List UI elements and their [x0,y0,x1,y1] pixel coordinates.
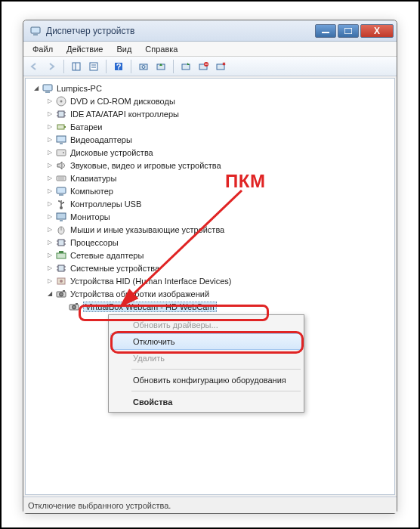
expand-icon[interactable]: ▷ [45,277,54,285]
help-button[interactable]: ? [111,59,126,74]
ctx-properties[interactable]: Свойства [110,394,302,410]
expand-icon[interactable]: ▷ [45,251,54,259]
svg-point-41 [58,200,60,202]
maximize-button[interactable] [338,24,359,38]
ctx-separator [131,391,301,391]
tree-category[interactable]: ▷Процессоры [27,236,393,249]
category-icon [55,237,67,249]
tree-category[interactable]: ▷Мыши и иные указывающие устройства [27,223,393,236]
device-label: VirtualBox Webcam - HD WebCam [83,302,217,312]
expand-icon[interactable]: ▷ [45,174,54,182]
tree-category[interactable]: ▷Батареи [27,120,393,133]
svg-point-62 [60,292,63,296]
category-icon [55,185,67,197]
category-icon [55,172,67,184]
category-label: Мониторы [70,212,110,221]
expand-icon[interactable]: ▷ [45,212,54,221]
svg-rect-1 [33,34,38,36]
tree-category[interactable]: ▷Видеоадаптеры [27,133,393,146]
expand-icon[interactable]: ▷ [45,148,54,156]
device-manager-window: Диспетчер устройств X Файл Действие Вид … [23,20,397,514]
tree-root[interactable]: ◢ Lumpics-PC [27,82,393,94]
expand-icon[interactable]: ▷ [45,238,54,246]
tree-category[interactable]: ▷Дисковые устройства [27,146,393,159]
tree-category[interactable]: ▷Компьютер [27,184,393,197]
menu-action[interactable]: Действие [60,43,109,55]
close-button[interactable]: X [360,24,394,38]
svg-rect-30 [57,136,66,142]
category-label: Дисковые устройства [70,148,153,157]
menu-view[interactable]: Вид [110,43,137,55]
category-icon [55,147,67,159]
svg-rect-20 [45,91,50,93]
tree-category[interactable]: ▷Системные устройства [27,261,393,274]
svg-rect-54 [58,265,64,271]
expand-icon[interactable]: ▷ [45,225,54,234]
svg-rect-42 [63,202,64,203]
disable-button[interactable] [196,59,211,74]
uninstall-button[interactable] [213,59,228,74]
category-label: Батареи [70,122,103,131]
expand-icon[interactable]: ▷ [45,135,54,144]
enable-button[interactable] [178,59,193,74]
category-icon [55,211,67,223]
nav-back-button [26,59,42,74]
tree-category[interactable]: ◢Устройства обработки изображений [27,287,393,300]
tree-category[interactable]: ▷Сетевые адаптеры [27,249,393,261]
ctx-separator [131,369,301,370]
device-tree-panel[interactable]: ◢ Lumpics-PC ▷DVD и CD-ROM дисководы▷IDE… [25,78,395,495]
expand-icon[interactable]: ▷ [45,187,54,195]
tree-category[interactable]: ▷Звуковые, видео и игровые устройства [27,159,393,172]
titlebar[interactable]: Диспетчер устройств X [23,20,397,42]
category-label: IDE ATA/ATAPI контроллеры [70,110,179,119]
computer-icon [42,82,54,94]
svg-rect-14 [182,64,190,70]
properties-button[interactable] [86,59,101,74]
svg-rect-2 [322,32,329,33]
expand-icon[interactable]: ▷ [45,200,54,208]
menu-help[interactable]: Справка [139,43,184,55]
category-label: Клавиатуры [70,174,116,183]
minimize-button[interactable] [315,24,336,38]
svg-rect-29 [64,126,66,128]
category-label: Устройства HID (Human Interface Devices) [70,277,231,286]
tree-category[interactable]: ▷IDE ATA/ATAPI контроллеры [27,107,393,120]
svg-rect-6 [90,63,97,70]
expand-icon[interactable]: ▷ [45,110,54,118]
svg-rect-47 [58,240,64,246]
ctx-scan[interactable]: Обновить конфигурацию оборудования [110,372,302,388]
category-label: Системные устройства [70,264,159,273]
update-driver-button[interactable] [153,59,168,74]
tree-category[interactable]: ▷Контроллеры USB [27,197,393,210]
category-icon [55,159,67,172]
svg-rect-31 [60,143,63,144]
tree-category[interactable]: ▷Мониторы [27,210,393,223]
ctx-delete[interactable]: Удалить [110,350,302,367]
category-label: Видеоадаптеры [70,135,132,144]
svg-rect-38 [59,194,63,196]
expand-icon[interactable]: ▷ [45,161,54,169]
tree-device[interactable]: VirtualBox Webcam - HD WebCam [27,300,393,313]
scan-hardware-button[interactable] [136,59,151,74]
menu-file[interactable]: Файл [26,43,59,55]
svg-rect-52 [57,253,66,258]
tree-category[interactable]: ▷DVD и CD-ROM дисководы [27,94,393,107]
show-hide-tree-button[interactable] [69,59,84,74]
ctx-disable[interactable]: Отключить [110,333,302,350]
tree-root-label: Lumpics-PC [57,84,102,93]
svg-rect-53 [59,251,63,253]
expand-icon[interactable]: ▷ [45,264,54,272]
category-icon [55,134,67,146]
svg-rect-34 [57,176,66,181]
tree-category[interactable]: ▷Клавиатуры [27,172,393,184]
category-icon [55,224,67,236]
svg-point-60 [60,280,63,283]
svg-rect-23 [58,111,64,117]
svg-point-65 [73,305,76,309]
expand-icon[interactable]: ◢ [45,289,54,298]
tree-category[interactable]: ▷Устройства HID (Human Interface Devices… [27,274,393,287]
expand-icon[interactable]: ▷ [45,97,54,105]
ctx-update-drivers[interactable]: Обновить драйверы... [110,317,302,333]
expand-icon[interactable]: ◢ [32,84,40,92]
expand-icon[interactable]: ▷ [45,122,54,131]
